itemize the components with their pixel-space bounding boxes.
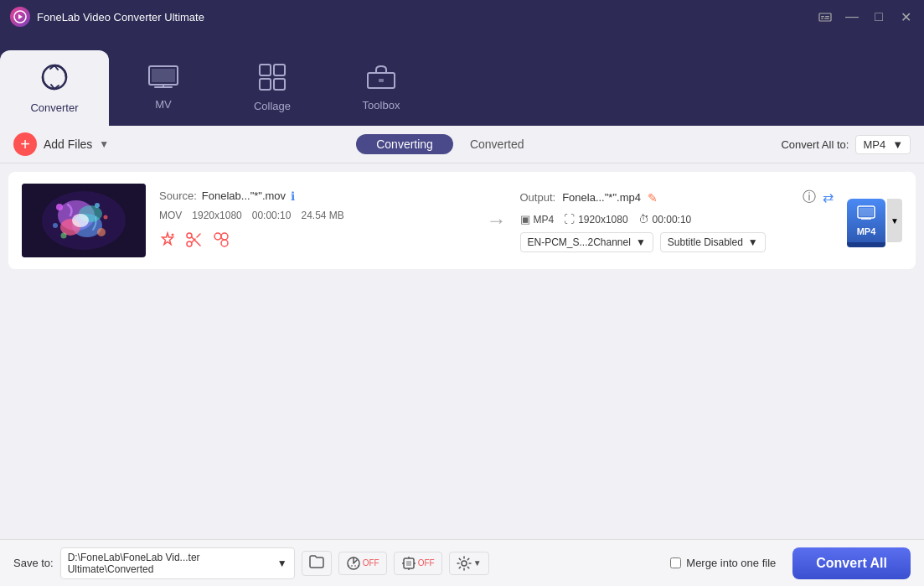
output-label: Output: — [520, 191, 556, 204]
merge-checkbox[interactable] — [670, 557, 681, 568]
selected-format: MP4 — [863, 138, 885, 151]
format-badge-arrow[interactable]: ▼ — [887, 199, 902, 242]
subtitle-value: Subtitle Disabled — [668, 236, 743, 248]
title-bar: FoneLab Video Converter Ultimate — □ ✕ — [0, 0, 924, 34]
format-badge-label: MP4 — [857, 226, 876, 236]
add-files-label: Add Files — [44, 137, 92, 151]
tab-collage[interactable]: Collage — [218, 50, 327, 126]
add-files-dropdown-arrow[interactable]: ▼ — [99, 138, 109, 150]
title-bar-controls: — □ ✕ — [817, 8, 914, 25]
tab-toolbox-label: Toolbox — [363, 99, 400, 111]
duration-icon: ⏱ — [638, 213, 649, 226]
file-duration: 00:00:10 — [252, 210, 292, 221]
hardware-accel-button[interactable]: OFF — [394, 552, 442, 575]
format-badge-icon — [857, 205, 875, 225]
convert-arrow-icon: → — [487, 209, 507, 232]
svg-point-30 — [172, 233, 174, 236]
tab-mv-label: MV — [155, 98, 172, 111]
output-selectors: EN-PCM_S...2Channel ▼ Subtitle Disabled … — [520, 232, 834, 252]
app-title: FoneLab Video Converter Ultimate — [37, 11, 204, 23]
tab-converter[interactable]: Converter — [0, 50, 109, 126]
format-badge-container: MP4 ▼ — [847, 199, 902, 242]
save-path-value: D:\FoneLab\FoneLab Vid...ter Ultimate\Co… — [68, 552, 274, 575]
output-info-button[interactable]: ⓘ — [803, 189, 816, 206]
settings-gear-dropdown: ▼ — [473, 558, 482, 568]
converted-tab[interactable]: Converted — [460, 134, 534, 154]
add-files-plus-button[interactable]: + — [13, 132, 37, 156]
cut-button[interactable] — [186, 231, 203, 252]
svg-rect-13 — [260, 79, 271, 90]
format-icon: ▣ — [520, 213, 530, 226]
svg-point-25 — [95, 203, 100, 208]
hw-accel-off-label: OFF — [418, 558, 435, 568]
file-info-left: Source: Fonelab..."*".mov ℹ MOV 1920x108… — [159, 189, 473, 252]
svg-point-36 — [214, 233, 221, 240]
svg-point-29 — [53, 223, 58, 228]
converting-tab[interactable]: Converting — [356, 134, 453, 154]
output-duration: 00:00:10 — [653, 214, 692, 226]
subtitle-selector[interactable]: Subtitle Disabled ▼ — [660, 232, 766, 252]
convert-all-to-label: Convert All to: — [781, 138, 849, 151]
convert-all-button[interactable]: Convert All — [792, 547, 911, 579]
svg-rect-11 — [260, 65, 271, 75]
file-thumbnail — [22, 184, 146, 257]
save-to-label: Save to: — [13, 557, 54, 569]
edit-output-icon[interactable]: ✎ — [648, 191, 658, 205]
output-duration-spec: ⏱ 00:00:10 — [638, 213, 692, 226]
format-selector[interactable]: MP4 ▼ — [855, 135, 911, 154]
output-resolution-spec: ⛶ 1920x1080 — [564, 213, 627, 226]
acceleration-button[interactable]: OFF — [338, 552, 387, 575]
subtitle-dropdown-icon: ▼ — [748, 236, 758, 248]
tab-toolbox[interactable]: Toolbox — [327, 50, 436, 126]
format-dropdown-icon: ▼ — [892, 138, 903, 151]
source-filename: Fonelab..."*".mov — [202, 189, 286, 202]
svg-point-38 — [221, 233, 228, 240]
file-info-right: Output: Fonela..."*".mp4 ✎ ⓘ ⇄ ▣ MP4 ⛶ 1… — [520, 189, 834, 252]
svg-rect-46 — [406, 561, 411, 566]
audio-dropdown-icon: ▼ — [636, 236, 646, 248]
close-button[interactable]: ✕ — [897, 8, 914, 25]
svg-rect-14 — [274, 79, 285, 90]
accel-off-label: OFF — [363, 558, 379, 568]
svg-rect-2 — [821, 16, 824, 17]
output-format-spec: ▣ MP4 — [520, 213, 555, 226]
file-resolution: 1920x1080 — [192, 210, 241, 221]
svg-point-37 — [221, 240, 228, 246]
merge-label[interactable]: Merge into one file — [686, 557, 776, 569]
captions-button[interactable] — [817, 8, 834, 25]
svg-rect-3 — [825, 16, 829, 17]
source-label: Source: — [159, 189, 197, 202]
tab-converter-label: Converter — [30, 101, 78, 114]
svg-point-23 — [72, 214, 89, 227]
effects-button[interactable] — [213, 231, 230, 252]
file-meta: MOV 1920x1080 00:00:10 24.54 MB — [159, 210, 473, 221]
output-filename: Fonela..."*".mp4 — [562, 191, 641, 204]
output-row: Output: Fonela..."*".mp4 ✎ ⓘ ⇄ — [520, 189, 834, 206]
merge-checkbox-container: Merge into one file — [670, 557, 776, 569]
source-info-icon[interactable]: ℹ — [291, 189, 295, 203]
svg-rect-8 — [152, 69, 175, 82]
file-format: MOV — [159, 210, 182, 221]
save-path-selector[interactable]: D:\FoneLab\FoneLab Vid...ter Ultimate\Co… — [60, 547, 295, 579]
status-bar: Save to: D:\FoneLab\FoneLab Vid...ter Ul… — [0, 539, 924, 586]
toolbox-icon — [367, 65, 395, 96]
converter-icon — [39, 62, 70, 98]
audio-track-value: EN-PCM_S...2Channel — [528, 236, 631, 248]
browse-folder-button[interactable] — [302, 551, 332, 576]
tab-mv[interactable]: MV — [109, 50, 218, 126]
settings-button[interactable]: ▼ — [449, 552, 489, 575]
maximize-button[interactable]: □ — [870, 8, 887, 25]
main-content: Source: Fonelab..."*".mov ℹ MOV 1920x108… — [0, 163, 924, 539]
audio-track-selector[interactable]: EN-PCM_S...2Channel ▼ — [520, 232, 653, 252]
output-settings-button[interactable]: ⇄ — [823, 189, 834, 205]
enhance-button[interactable] — [159, 231, 176, 252]
svg-point-26 — [97, 228, 106, 236]
svg-line-35 — [197, 234, 200, 237]
output-format: MP4 — [534, 214, 555, 226]
minimize-button[interactable]: — — [844, 8, 860, 25]
output-resolution: 1920x1080 — [578, 214, 627, 226]
path-dropdown-icon: ▼ — [277, 557, 287, 569]
collage-icon — [259, 64, 286, 96]
svg-point-28 — [104, 215, 108, 220]
svg-rect-4 — [821, 18, 823, 19]
